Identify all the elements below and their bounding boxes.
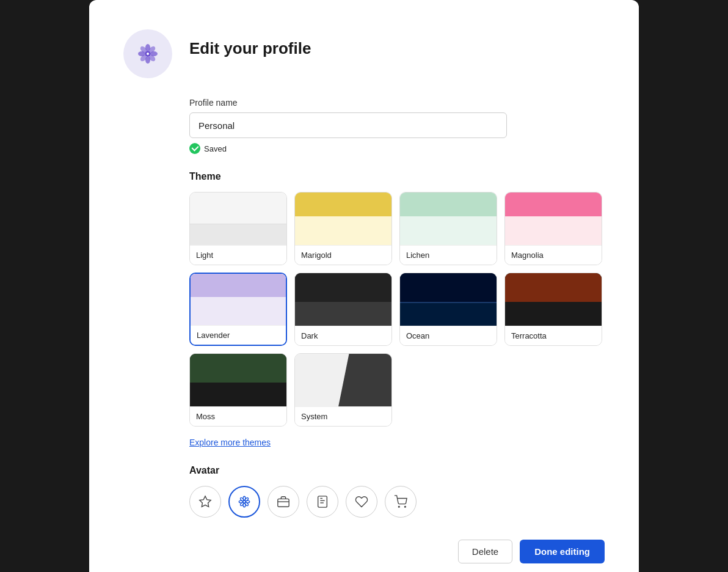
svg-point-28 <box>398 506 399 507</box>
header-row: Edit your profile <box>123 29 605 78</box>
main-content: Profile name Saved Theme Light Marigold <box>189 98 605 563</box>
theme-preview-terracotta <box>505 273 602 326</box>
saved-check-icon <box>189 143 200 154</box>
edit-profile-modal: Edit your profile Profile name Saved The… <box>89 0 639 572</box>
avatar-btn-briefcase[interactable] <box>268 486 299 518</box>
theme-label-marigold: Marigold <box>295 245 391 265</box>
footer-buttons: Delete Done editing <box>189 540 605 563</box>
theme-label-lichen: Lichen <box>400 245 497 265</box>
flower-icon <box>134 40 161 67</box>
avatar-btn-document[interactable] <box>307 486 338 518</box>
briefcase-icon <box>277 495 290 508</box>
delete-button[interactable]: Delete <box>458 540 512 563</box>
theme-preview-lichen <box>400 193 497 245</box>
heart-icon <box>355 495 368 508</box>
theme-section: Theme Light Marigold Lichen Magnolia <box>189 171 605 448</box>
theme-card-ocean[interactable]: Ocean <box>399 273 497 346</box>
theme-grid: Light Marigold Lichen Magnolia Lavender <box>189 192 605 427</box>
svg-rect-24 <box>318 496 327 507</box>
theme-card-magnolia[interactable]: Magnolia <box>504 192 602 265</box>
theme-label-system: System <box>295 406 391 426</box>
profile-avatar-circle <box>123 29 172 78</box>
star-icon <box>198 495 212 508</box>
document-icon <box>316 495 329 508</box>
theme-preview-system <box>295 354 391 406</box>
theme-preview-light <box>190 193 286 245</box>
theme-card-dark[interactable]: Dark <box>294 273 392 346</box>
saved-text: Saved <box>204 144 227 153</box>
profile-name-input[interactable] <box>189 112 507 138</box>
cart-icon <box>394 495 407 508</box>
theme-label-light: Light <box>190 245 286 265</box>
avatar-section-title: Avatar <box>189 465 605 476</box>
explore-themes-link[interactable]: Explore more themes <box>189 438 271 447</box>
theme-card-lavender[interactable]: Lavender <box>189 273 287 346</box>
svg-point-29 <box>404 506 406 507</box>
theme-label-ocean: Ocean <box>400 326 497 345</box>
profile-name-label: Profile name <box>189 98 605 108</box>
svg-rect-21 <box>278 499 289 507</box>
avatar-btn-heart[interactable] <box>346 486 377 518</box>
theme-label-magnolia: Magnolia <box>505 245 602 265</box>
theme-preview-lavender <box>191 274 286 325</box>
theme-card-lichen[interactable]: Lichen <box>399 192 497 265</box>
theme-label-lavender: Lavender <box>191 325 286 345</box>
done-editing-button[interactable]: Done editing <box>520 540 605 563</box>
avatar-btn-star[interactable] <box>189 486 221 518</box>
theme-card-light[interactable]: Light <box>189 192 287 265</box>
theme-preview-dark <box>295 273 391 326</box>
theme-card-system[interactable]: System <box>294 353 392 427</box>
svg-point-10 <box>147 53 149 55</box>
theme-card-terracotta[interactable]: Terracotta <box>504 273 602 346</box>
theme-card-moss[interactable]: Moss <box>189 353 287 427</box>
theme-preview-magnolia <box>505 193 602 245</box>
flower-avatar-icon <box>238 495 251 508</box>
avatar-icons-row <box>189 486 605 518</box>
saved-indicator: Saved <box>189 143 605 154</box>
avatar-btn-cart[interactable] <box>385 486 417 518</box>
page-title: Edit your profile <box>189 39 311 58</box>
theme-label-terracotta: Terracotta <box>505 326 602 345</box>
theme-label-dark: Dark <box>295 326 391 345</box>
theme-section-title: Theme <box>189 171 605 182</box>
theme-preview-ocean <box>400 273 497 326</box>
avatar-section: Avatar <box>189 465 605 518</box>
svg-marker-11 <box>200 496 211 507</box>
theme-card-marigold[interactable]: Marigold <box>294 192 392 265</box>
title-section: Edit your profile <box>189 29 311 58</box>
theme-label-moss: Moss <box>190 406 286 426</box>
theme-preview-marigold <box>295 193 391 245</box>
avatar-btn-flower[interactable] <box>228 486 260 518</box>
theme-preview-moss <box>190 354 286 406</box>
